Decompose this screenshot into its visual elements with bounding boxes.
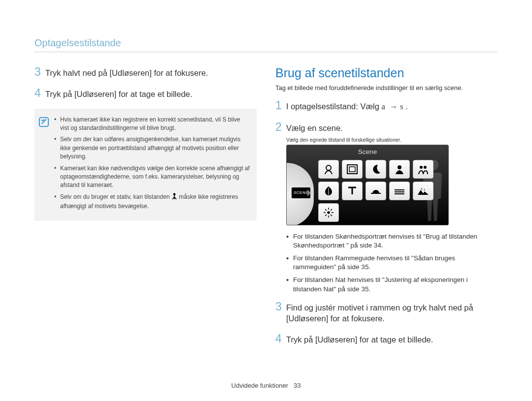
step-number: 3	[275, 301, 286, 324]
step-text: Tryk på [Udløseren] for at tage et bille…	[286, 333, 433, 345]
footer-page-number: 33	[294, 382, 300, 389]
svg-point-8	[328, 212, 330, 214]
step-number: 4	[275, 333, 286, 345]
page-header: Optagelsestilstande	[34, 37, 498, 52]
section-desc: Tag et billede med foruddefinerede indst…	[275, 84, 498, 92]
scene-icon-grid	[318, 160, 433, 222]
note-item: Hvis kameraet ikke kan registrere en kor…	[54, 116, 250, 133]
step-number: 1	[275, 99, 286, 112]
svg-point-5	[398, 165, 401, 169]
scene-frameguide-icon	[342, 160, 363, 179]
step-text: I optagelsestilstand: Vælg a → s .	[286, 99, 408, 112]
scene-text-icon	[342, 182, 363, 200]
scene-dawn-icon	[389, 182, 410, 200]
scene-landscape-icon	[413, 182, 433, 200]
note-item: Kameraet kan ikke nødvendigvis vælge den…	[54, 164, 250, 190]
bullet-item: For tilstanden Skønhedsportræt henvises …	[286, 232, 498, 250]
scene-children-icon	[413, 160, 433, 179]
step-text: Vælg en scene.	[286, 121, 343, 133]
right-step-4: 4 Tryk på [Udløseren] for at tage et bil…	[275, 333, 498, 345]
step-text: Find og justér motivet i rammen og tryk …	[286, 301, 498, 324]
screen-caption: Vælg den egnede tilstand til forskellige…	[286, 137, 498, 143]
scene-firework-icon	[318, 203, 339, 222]
content-columns: 3 Tryk halvt ned på [Udløseren] for at f…	[34, 66, 498, 354]
svg-rect-3	[347, 165, 357, 174]
step-number: 4	[34, 87, 45, 99]
left-step-3: 3 Tryk halvt ned på [Udløseren] for at f…	[34, 66, 257, 78]
note-item: Selv om du bruger et stativ, kan tilstan…	[54, 193, 250, 211]
svg-point-1	[173, 193, 176, 195]
scene-portrait-icon	[389, 160, 410, 179]
note-item: Selv om der kan udføres ansigtsgenkendel…	[54, 135, 250, 161]
svg-point-2	[326, 165, 331, 170]
bullet-item: For tilstanden Nat henvises til "Justeri…	[286, 276, 498, 293]
left-step-4: 4 Tryk på [Udløseren] for at tage et bil…	[34, 87, 257, 99]
left-column: 3 Tryk halvt ned på [Udløseren] for at f…	[34, 66, 257, 354]
step-number: 3	[34, 66, 45, 78]
scene-beauty-icon	[318, 160, 339, 179]
right-step-2: 2 Vælg en scene.	[275, 121, 498, 133]
step-text: Tryk på [Udløseren] for at tage et bille…	[45, 87, 192, 99]
right-step-1: 1 I optagelsestilstand: Vælg a → s .	[275, 99, 498, 112]
right-step-3: 3 Find og justér motivet i rammen og try…	[275, 301, 498, 324]
scene-night-icon	[366, 160, 386, 179]
footer-section: Udvidede funktioner	[232, 382, 289, 389]
svg-rect-4	[349, 167, 355, 172]
scene-sunset-icon	[366, 182, 386, 200]
scene-panel-title: Scene	[287, 148, 448, 155]
note-list: Hvis kameraet ikke kan registrere en kor…	[54, 116, 250, 214]
reference-bullets: For tilstanden Skønhedsportræt henvises …	[286, 232, 498, 294]
tripod-icon	[171, 193, 177, 202]
scene-panel: Scene SCENE	[286, 145, 449, 225]
page-footer: Udvidede funktioner 33	[0, 382, 532, 389]
step-text: Tryk halvt ned på [Udløseren] for at fok…	[45, 66, 208, 78]
scene-close-up-icon	[318, 182, 339, 200]
step-number: 2	[275, 121, 286, 133]
section-title: Brug af scenetilstanden	[275, 66, 498, 80]
scene-badge-icon: SCENE	[292, 187, 310, 198]
svg-point-6	[420, 166, 423, 169]
right-column: Brug af scenetilstanden Tag et billede m…	[275, 66, 498, 354]
note-icon	[38, 117, 49, 127]
note-box: Hvis kameraet ikke kan registrere en kor…	[34, 109, 257, 221]
bullet-item: For tilstanden Rammeguide henvises til "…	[286, 254, 498, 272]
svg-point-7	[424, 166, 427, 169]
